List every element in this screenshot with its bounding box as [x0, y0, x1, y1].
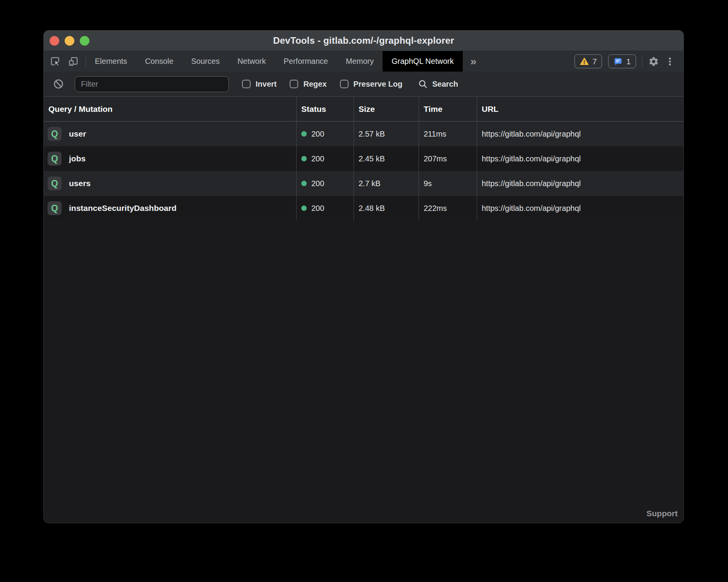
status-dot-icon	[301, 205, 307, 211]
traffic-lights	[50, 31, 89, 51]
toolbar-icons	[44, 51, 86, 72]
issues-count: 1	[626, 57, 631, 66]
url-cell: https://gitlab.com/api/graphql	[477, 196, 683, 221]
invert-label: Invert	[256, 80, 276, 89]
query-type-badge: Q	[48, 127, 62, 141]
url-cell: https://gitlab.com/api/graphql	[477, 146, 683, 171]
window-title: DevTools - gitlab.com/-/graphql-explorer	[273, 35, 454, 46]
url-cell: https://gitlab.com/api/graphql	[477, 171, 683, 196]
table-row[interactable]: Q users 200 2.7 kB 9s https://gitlab.com…	[44, 171, 683, 196]
status-cell: 200	[297, 122, 354, 146]
warnings-badge[interactable]: 7	[574, 54, 603, 68]
status-cell: 200	[297, 171, 354, 196]
size-cell: 2.48 kB	[354, 196, 419, 221]
column-url: URL	[477, 97, 683, 121]
status-dot-icon	[301, 181, 307, 186]
zoom-button[interactable]	[80, 36, 89, 46]
query-cell: Q users	[44, 171, 297, 196]
controls-separator	[642, 56, 642, 67]
column-status: Status	[297, 97, 354, 121]
query-cell: Q jobs	[44, 146, 297, 171]
filter-toolbar: Invert Regex Preserve Log Search	[44, 72, 683, 97]
devtools-window: DevTools - gitlab.com/-/graphql-explorer…	[43, 30, 684, 523]
status-code: 200	[311, 179, 324, 188]
search-toggle[interactable]: Search	[418, 79, 458, 89]
regex-label: Regex	[303, 80, 326, 89]
tab-console[interactable]: Console	[136, 51, 182, 72]
column-query-mutation: Query / Mutation	[44, 97, 297, 121]
tab-elements[interactable]: Elements	[86, 51, 136, 72]
status-code: 200	[311, 154, 324, 163]
status-code: 200	[311, 130, 324, 139]
query-name: user	[69, 129, 86, 139]
settings-gear-icon[interactable]	[648, 56, 659, 67]
query-name: instanceSecurityDashboard	[69, 204, 177, 213]
invert-checkbox[interactable]	[242, 80, 251, 88]
time-cell: 207ms	[419, 146, 477, 171]
table-row[interactable]: Q jobs 200 2.45 kB 207ms https://gitlab.…	[44, 146, 683, 171]
search-label: Search	[432, 80, 458, 89]
invert-checkbox-group[interactable]: Invert	[242, 80, 276, 89]
panel-tabs: Elements Console Sources Network Perform…	[86, 51, 484, 72]
query-type-badge: Q	[48, 201, 62, 215]
column-size: Size	[354, 97, 419, 121]
issues-badge[interactable]: 1	[608, 54, 636, 68]
query-type-badge: Q	[48, 152, 62, 166]
regex-checkbox[interactable]	[290, 80, 298, 88]
device-toolbar-icon[interactable]	[68, 56, 79, 67]
tabbar-right-controls: 7 1	[574, 51, 683, 72]
table-header: Query / Mutation Status Size Time URL	[44, 97, 683, 122]
filter-input[interactable]	[75, 76, 229, 92]
status-cell: 200	[297, 146, 354, 171]
tab-sources[interactable]: Sources	[182, 51, 228, 72]
time-cell: 9s	[419, 171, 477, 196]
status-dot-icon	[301, 156, 307, 161]
tab-performance[interactable]: Performance	[275, 51, 337, 72]
table-row[interactable]: Q instanceSecurityDashboard 200 2.48 kB …	[44, 196, 683, 221]
tab-graphql-network[interactable]: GraphQL Network	[383, 51, 462, 72]
size-cell: 2.7 kB	[354, 171, 419, 196]
tab-memory[interactable]: Memory	[337, 51, 383, 72]
preserve-log-checkbox-group[interactable]: Preserve Log	[340, 80, 403, 89]
time-cell: 211ms	[419, 122, 477, 146]
warnings-count: 7	[592, 57, 597, 66]
clear-block-icon[interactable]	[53, 79, 64, 89]
status-dot-icon	[301, 131, 307, 137]
kebab-menu-icon[interactable]	[665, 56, 675, 67]
devtools-tabbar: Elements Console Sources Network Perform…	[44, 51, 683, 72]
query-type-badge: Q	[48, 176, 62, 190]
support-link[interactable]: Support	[647, 509, 678, 518]
status-code: 200	[311, 204, 324, 213]
column-time: Time	[419, 97, 477, 121]
query-name: users	[69, 179, 91, 188]
size-cell: 2.45 kB	[354, 146, 419, 171]
query-cell: Q instanceSecurityDashboard	[44, 196, 297, 221]
empty-results-area	[44, 221, 683, 523]
preserve-log-checkbox[interactable]	[340, 80, 349, 88]
table-row[interactable]: Q user 200 2.57 kB 211ms https://gitlab.…	[44, 122, 683, 146]
issues-bubble-icon	[613, 57, 623, 66]
query-name: jobs	[69, 154, 86, 163]
warning-triangle-icon	[580, 57, 589, 66]
titlebar: DevTools - gitlab.com/-/graphql-explorer	[44, 31, 683, 51]
minimize-button[interactable]	[65, 36, 74, 46]
close-button[interactable]	[50, 36, 59, 46]
preserve-log-label: Preserve Log	[354, 80, 403, 89]
query-cell: Q user	[44, 122, 297, 146]
regex-checkbox-group[interactable]: Regex	[290, 80, 326, 89]
size-cell: 2.57 kB	[354, 122, 419, 146]
time-cell: 222ms	[419, 196, 477, 221]
tab-network[interactable]: Network	[228, 51, 275, 72]
status-cell: 200	[297, 196, 354, 221]
search-icon	[418, 79, 428, 89]
url-cell: https://gitlab.com/api/graphql	[477, 122, 683, 146]
more-tabs-icon[interactable]: »	[463, 51, 484, 72]
inspect-element-icon[interactable]	[50, 56, 60, 67]
